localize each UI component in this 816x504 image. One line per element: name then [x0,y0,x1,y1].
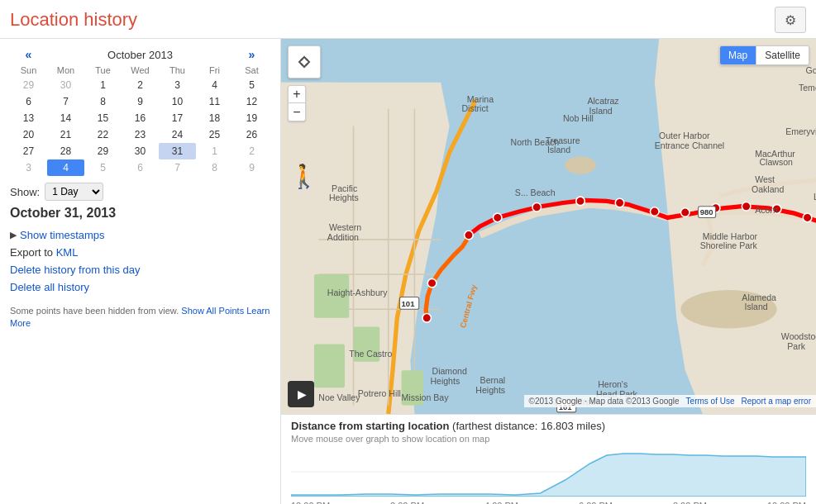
calendar-day[interactable]: 24 [159,126,196,143]
svg-point-16 [427,278,437,288]
calendar-month-title: October 2013 [47,45,233,64]
svg-text:Island: Island [745,302,768,311]
calendar-day[interactable]: 1 [196,143,233,159]
calendar-day[interactable]: 4 [47,159,84,176]
export-kml-link[interactable]: KML [56,246,79,259]
calendar-day[interactable]: 9 [122,93,159,110]
calendar-day[interactable]: 2 [122,77,159,93]
svg-text:Island: Island [547,145,570,155]
map-type-satellite-button[interactable]: Satellite [756,46,809,64]
calendar-day[interactable]: 23 [122,126,159,143]
calendar-day[interactable]: 21 [47,126,84,143]
svg-text:Emeryville: Emeryville [785,126,816,136]
calendar-day[interactable]: 9 [233,159,270,176]
graph-farthest: (farthest distance: 16.803 miles) [452,420,605,432]
delete-day-link[interactable]: Delete history from this day [10,264,270,276]
calendar-day[interactable]: 25 [196,126,233,143]
calendar-day[interactable]: 7 [159,159,196,176]
calendar-day[interactable]: 14 [47,110,84,126]
calendar-prev-btn[interactable]: « [10,45,47,64]
calendar-day[interactable]: 19 [233,110,270,126]
svg-text:S... Beach: S... Beach [515,188,556,197]
calendar-day[interactable]: 20 [10,126,47,143]
calendar-day[interactable]: 18 [196,110,233,126]
svg-point-23 [680,208,690,217]
map-type-map-button[interactable]: Map [720,46,756,64]
graph-label-1000: 10:00 PM [767,501,806,504]
calendar-day[interactable]: 8 [196,159,233,176]
copyright-text: ©2013 Google · Map data ©2013 Google [529,397,680,406]
svg-point-30 [422,314,432,323]
calendar-day[interactable]: 5 [233,77,270,93]
svg-point-21 [615,198,624,207]
svg-text:Alameda: Alameda [742,292,776,302]
graph-title: Distance from starting location (farthes… [291,420,806,432]
calendar-day[interactable]: 3 [159,77,196,93]
dow-mon: Mon [47,64,84,77]
calendar-day[interactable]: 11 [196,93,233,110]
svg-text:The Castro: The Castro [349,349,392,359]
selected-date-title: October 31, 2013 [10,206,270,221]
calendar-day[interactable]: 4 [196,77,233,93]
calendar-next-btn[interactable]: » [233,45,270,64]
calendar-day[interactable]: 13 [10,110,47,126]
calendar-day[interactable]: 6 [10,93,47,110]
calendar-day[interactable]: 12 [233,93,270,110]
calendar-day[interactable]: 8 [84,93,122,110]
svg-point-22 [651,207,660,216]
calendar-day[interactable]: 30 [47,77,84,93]
graph-label-1200: 12:00 PM [291,501,330,504]
calendar-day[interactable]: 15 [84,110,122,126]
calendar-day[interactable]: 2 [233,143,270,159]
calendar-day[interactable]: 10 [159,93,196,110]
dow-wed: Wed [122,64,159,77]
street-view-pegman[interactable]: 🚶 [289,163,318,190]
svg-text:Middle Harbor: Middle Harbor [703,231,758,241]
terms-of-use-link[interactable]: Terms of Use [686,397,735,406]
svg-text:Temescal: Temescal [799,83,816,93]
svg-text:Clawson: Clawson [759,157,793,167]
calendar-day[interactable]: 7 [47,93,84,110]
svg-point-19 [532,202,542,212]
svg-text:Woodstock: Woodstock [781,331,816,341]
calendar-day[interactable]: 16 [122,110,159,126]
calendar-day[interactable]: 28 [47,143,84,159]
settings-button[interactable]: ⚙ [775,7,806,33]
svg-text:Heights: Heights [475,385,505,395]
timestamps-label: Show timestamps [20,229,105,241]
calendar-day[interactable]: 26 [233,126,270,143]
report-map-error-link[interactable]: Report a map error [742,397,811,406]
svg-point-25 [742,202,751,211]
svg-text:980: 980 [700,207,713,216]
svg-point-27 [803,213,812,222]
calendar-day[interactable]: 3 [10,159,47,176]
calendar-day[interactable]: 5 [84,159,122,176]
show-timestamps-link[interactable]: ▶ Show timestamps [10,229,270,241]
svg-text:Western: Western [329,222,361,232]
svg-text:Island: Island [589,106,613,116]
hidden-notice-text: Some points have been hidden from view. [10,306,179,316]
calendar-day[interactable]: 27 [10,143,47,159]
play-route-button[interactable] [288,381,314,407]
calendar-day[interactable]: 29 [10,77,47,93]
calendar-day[interactable]: 30 [122,143,159,159]
map[interactable]: Pacific Heights Western Addition Haight-… [281,39,816,414]
zoom-out-button[interactable]: − [288,103,306,121]
svg-text:Heights: Heights [430,376,460,386]
calendar-day[interactable]: 1 [84,77,122,93]
calendar-day[interactable]: 22 [84,126,122,143]
calendar-day[interactable]: 29 [84,143,122,159]
calendar-day[interactable]: 6 [122,159,159,176]
calendar-day[interactable]: 17 [159,110,196,126]
calendar: « October 2013 » Sun Mon Tue Wed Thu Fri… [10,45,270,176]
graph-container: Distance from starting location (farthes… [281,414,816,504]
svg-text:Addition: Addition [327,232,359,242]
svg-text:Shoreline Park: Shoreline Park [700,240,758,250]
delete-all-link[interactable]: Delete all history [10,281,270,293]
svg-rect-14 [314,345,345,388]
show-all-points-link[interactable]: Show All Points [181,306,244,316]
zoom-in-button[interactable]: + [288,85,306,103]
calendar-day[interactable]: 31 [159,143,196,159]
show-select[interactable]: 1 Day 2 Days 3 Days 1 Week [45,183,103,201]
map-pan-control[interactable] [288,45,321,78]
